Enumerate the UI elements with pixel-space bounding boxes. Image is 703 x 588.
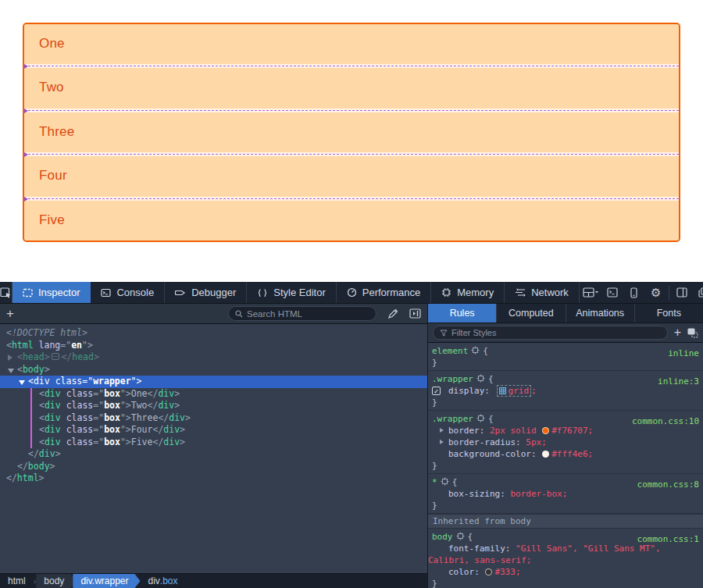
css-declaration[interactable]: ✓display: grid; (428, 385, 703, 397)
rule-selector[interactable]: .wrapper (432, 374, 473, 384)
markup-toolbar: + (0, 304, 427, 324)
search-html-input[interactable] (247, 309, 348, 319)
add-node-button[interactable]: + (6, 307, 23, 320)
responsive-design-mode-icon (630, 287, 637, 298)
selector-highlighter-icon[interactable] (441, 477, 449, 486)
markup-token: div (158, 400, 174, 411)
pseudo-class-panel-button[interactable] (687, 328, 698, 338)
selector-highlighter-icon[interactable] (471, 346, 480, 355)
markup-row[interactable]: <head>⋯</head> (0, 351, 427, 364)
markup-row[interactable]: </div> (0, 448, 427, 461)
property-value: 5px (526, 437, 541, 447)
separate-window-button[interactable] (693, 282, 703, 304)
sidebar-tabs: Rules Computed Animations Fonts (428, 304, 703, 323)
css-declaration[interactable]: background-color: #fff4e6; (428, 448, 703, 460)
settings-button[interactable]: ⚙ (645, 282, 667, 304)
rule-selector[interactable]: * (432, 477, 437, 487)
three-pane-toggle-button[interactable] (409, 308, 421, 319)
open-brace: { (483, 346, 488, 356)
css-declaration[interactable]: border: 2px solid #f76707; (428, 425, 703, 437)
markup-token: </ (148, 388, 159, 399)
three-pane-toggle-icon (409, 308, 421, 319)
markup-token: Five (131, 437, 153, 447)
rule-selector-line: .wrapper{common.css:10 (428, 413, 703, 425)
property-colon: : (531, 449, 541, 459)
browser-page: OneTwoThreeFourFive (0, 0, 703, 282)
markup-row[interactable]: <div class="box">Three</div> (0, 412, 427, 425)
tab-style-editor[interactable]: Style Editor (247, 282, 336, 303)
dock-options-button[interactable] (580, 282, 601, 304)
grid-highlighter-toggle[interactable]: grid (497, 385, 532, 397)
markup-token: Two (131, 400, 148, 411)
tab-memory[interactable]: Memory (431, 282, 505, 303)
tab-animations[interactable]: Animations (566, 304, 635, 323)
markup-row[interactable]: <div class="box">Four</div> (0, 424, 427, 437)
markup-token: html (12, 340, 34, 351)
color-swatch[interactable] (542, 451, 549, 458)
dock-to-side-button[interactable] (671, 282, 693, 304)
element-picker-button[interactable] (0, 282, 12, 303)
tab-inspector[interactable]: Inspector (12, 282, 91, 303)
markup-row[interactable]: <body> (0, 364, 427, 376)
css-declaration[interactable]: font-family: "Gill Sans", "Gill Sans MT"… (428, 543, 703, 566)
breadcrumb-item-div-wrapper[interactable]: div.wrapper (73, 574, 140, 588)
semicolon: ; (531, 386, 537, 396)
rule-selector-line: body{common.css:1 (428, 531, 703, 543)
rules-filter-bar: + (428, 323, 703, 343)
rule-selector[interactable]: body (432, 532, 453, 542)
filter-styles-input[interactable] (451, 328, 661, 337)
markup-token: > (45, 351, 50, 362)
color-swatch[interactable] (485, 568, 492, 576)
rule-selector[interactable]: element (432, 346, 468, 356)
color-swatch[interactable] (542, 427, 549, 434)
selector-highlighter-icon[interactable] (456, 532, 465, 540)
markup-row[interactable]: </html> (0, 472, 427, 485)
css-declaration[interactable]: box-sizing: border-box; (428, 488, 703, 500)
grid-wrapper: OneTwoThreeFourFive (23, 23, 680, 242)
markup-row[interactable]: <div class="box">Five</div> (0, 437, 427, 449)
markup-token: Three (131, 412, 159, 423)
tab-debugger[interactable]: Debugger (165, 282, 247, 303)
tab-rules[interactable]: Rules (428, 304, 497, 323)
selector-highlighter-icon[interactable] (476, 414, 485, 422)
expand-property-icon[interactable] (440, 440, 444, 444)
expand-arrow-icon[interactable] (19, 380, 25, 385)
split-console-button[interactable] (601, 282, 623, 304)
responsive-design-mode-button[interactable] (623, 282, 645, 304)
markup-row[interactable]: </body> (0, 461, 427, 473)
tab-fonts[interactable]: Fonts (635, 304, 703, 323)
selector-highlighter-icon[interactable] (476, 374, 485, 383)
add-rule-button[interactable]: + (674, 326, 681, 339)
search-html-box[interactable] (228, 306, 376, 321)
markup-row[interactable]: <!DOCTYPE html> (0, 327, 427, 340)
tab-network[interactable]: Network (505, 282, 580, 303)
markup-row[interactable]: <div class="box">Two</div> (0, 400, 427, 412)
markup-token: head (23, 351, 45, 362)
breadcrumb-item-html[interactable]: html (0, 574, 34, 588)
breadcrumb-item-body[interactable]: body (36, 574, 76, 588)
markup-token: class (61, 424, 94, 435)
markup-row[interactable]: <div class="wrapper"> (0, 376, 427, 388)
markup-token: < (28, 376, 34, 387)
markup-row[interactable]: <html lang="en"> (0, 340, 427, 352)
collapse-arrow-icon[interactable] (8, 355, 12, 361)
breadcrumb-item-div[interactable]: div.box (141, 574, 186, 588)
declaration-checkbox[interactable]: ✓ (432, 387, 441, 395)
css-declaration[interactable]: border-radius: 5px; (428, 437, 703, 448)
tab-computed[interactable]: Computed (497, 304, 566, 323)
css-declaration[interactable]: color: #333; (428, 566, 703, 578)
css-rule: *{common.css:8box-sizing: border-box;} (428, 474, 703, 514)
markup-row[interactable]: <div class="box">One</div> (0, 388, 427, 401)
expand-arrow-icon[interactable] (8, 369, 14, 373)
tab-performance[interactable]: Performance (337, 282, 431, 303)
filter-styles-box[interactable] (433, 326, 668, 340)
tab-console[interactable]: Console (91, 282, 165, 303)
rule-selector-line: element{inline (428, 345, 703, 357)
expand-property-icon[interactable] (440, 428, 444, 433)
eyedropper-button[interactable] (387, 308, 398, 319)
markup-token: class (61, 437, 94, 447)
markup-token: class (50, 376, 83, 387)
markup-token: lang (34, 340, 61, 351)
grid-icon (499, 387, 506, 394)
rule-selector[interactable]: .wrapper (432, 414, 473, 424)
